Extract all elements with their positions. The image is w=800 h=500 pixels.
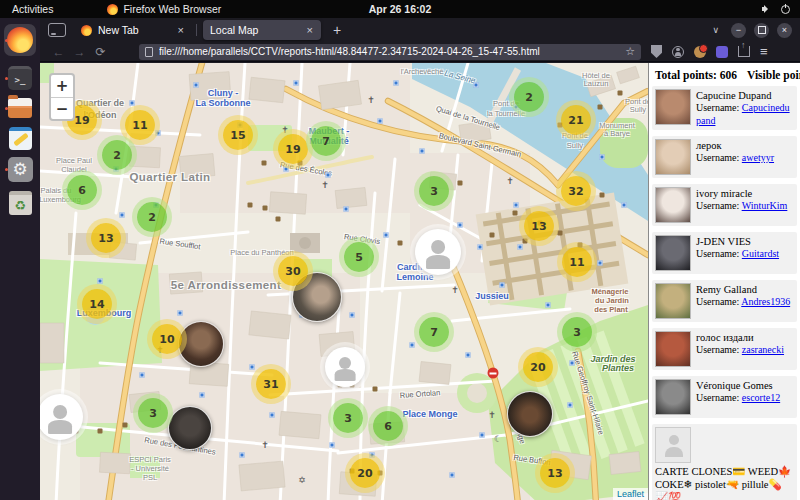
user-entry[interactable]: Remy GallandUsername: Andres1936	[652, 280, 797, 322]
username-link[interactable]: zasranecki	[742, 344, 784, 355]
point-marker[interactable]	[568, 403, 573, 408]
cluster-marker[interactable]: 3	[138, 398, 168, 428]
photo-marker[interactable]	[178, 321, 224, 367]
cluster-marker[interactable]: 19	[278, 134, 308, 164]
extension-puzzle-icon[interactable]	[716, 46, 728, 58]
unknown-person-marker[interactable]	[325, 347, 365, 387]
tab-local-map[interactable]: Local Map ×	[203, 20, 321, 40]
close-tab-icon[interactable]: ×	[306, 24, 314, 36]
cluster-marker[interactable]: 11	[125, 110, 155, 140]
unknown-person-marker[interactable]	[415, 229, 461, 275]
point-marker[interactable]	[140, 373, 145, 378]
point-marker[interactable]	[622, 203, 627, 208]
username-link[interactable]: WinturKim	[742, 200, 788, 211]
point-marker[interactable]	[600, 155, 605, 160]
photo-marker[interactable]	[168, 406, 212, 450]
cluster-marker[interactable]: 7	[311, 126, 341, 156]
point-marker[interactable]	[384, 233, 389, 238]
minimize-button[interactable]: −	[731, 23, 746, 38]
point-marker[interactable]	[270, 413, 275, 418]
dock-item-firefox[interactable]	[4, 24, 36, 56]
cluster-marker[interactable]: 31	[256, 369, 286, 399]
firefox-view-icon[interactable]	[48, 23, 66, 37]
point-marker[interactable]	[546, 303, 551, 308]
point-marker[interactable]	[458, 223, 463, 228]
cluster-marker[interactable]: 13	[540, 458, 570, 488]
map[interactable]: Cluny -La SorbonneMaubert -MutualitéCard…	[40, 63, 648, 500]
point-marker[interactable]	[466, 353, 471, 358]
back-button[interactable]: ←	[48, 45, 69, 59]
user-entry[interactable]: J-DEN VIESUsername: Guitardst	[652, 232, 797, 274]
point-marker[interactable]	[480, 433, 485, 438]
point-marker[interactable]	[130, 101, 135, 106]
cluster-marker[interactable]: 20	[350, 458, 380, 488]
point-marker[interactable]	[200, 393, 205, 398]
point-marker[interactable]	[410, 343, 415, 348]
url-bar[interactable]: file:///home/parallels/CCTV/reports-html…	[139, 44, 641, 60]
user-entry[interactable]: голос издалиUsername: zasranecki	[652, 328, 797, 370]
point-marker[interactable]	[284, 167, 289, 172]
user-entry[interactable]: Véronique GomesUsername: escorte12	[652, 376, 797, 418]
cluster-marker[interactable]: 10	[152, 324, 182, 354]
reload-button[interactable]: ⟳	[90, 45, 111, 59]
dock-item-trash[interactable]: ♻	[4, 187, 36, 219]
cluster-marker[interactable]: 3	[419, 176, 449, 206]
zoom-in-button[interactable]: +	[51, 75, 73, 97]
point-marker[interactable]	[370, 453, 375, 458]
close-window-button[interactable]: ×	[777, 23, 792, 38]
zoom-out-button[interactable]: −	[51, 97, 73, 119]
point-marker[interactable]	[420, 149, 425, 154]
cluster-marker[interactable]: 3	[333, 403, 363, 433]
point-marker[interactable]	[120, 213, 125, 218]
clock[interactable]: Apr 26 16:02	[0, 3, 800, 15]
point-marker[interactable]	[478, 245, 483, 250]
cluster-marker[interactable]: 5	[344, 242, 374, 272]
username-link[interactable]: escorte12	[742, 392, 780, 403]
point-marker[interactable]	[98, 279, 103, 284]
photo-marker[interactable]	[507, 391, 553, 437]
cluster-marker[interactable]: 6	[67, 175, 97, 205]
cluster-marker[interactable]: 7	[419, 317, 449, 347]
points-sidebar[interactable]: Total points: 606 Visible points: 348 Ca…	[648, 63, 800, 500]
new-tab-button[interactable]: +	[325, 22, 349, 38]
point-marker[interactable]	[378, 119, 383, 124]
cluster-marker[interactable]: 3	[562, 317, 592, 347]
tab-new-tab[interactable]: New Tab ×	[74, 20, 192, 40]
point-marker[interactable]	[394, 81, 399, 86]
point-marker[interactable]	[500, 283, 505, 288]
dock-item-settings[interactable]: ⚙	[4, 153, 36, 185]
point-marker[interactable]	[250, 365, 255, 370]
cluster-marker[interactable]: 14	[82, 289, 112, 319]
point-marker[interactable]	[518, 245, 523, 250]
point-marker[interactable]	[294, 81, 299, 86]
username-link[interactable]: Guitardst	[742, 248, 779, 259]
account-icon[interactable]	[672, 46, 684, 58]
cluster-marker[interactable]: 21	[561, 105, 591, 135]
point-marker[interactable]	[598, 261, 603, 266]
dock-item-text-editor[interactable]	[4, 122, 36, 154]
point-marker[interactable]	[450, 473, 455, 478]
username-link[interactable]: awetyyr	[742, 152, 774, 163]
tracking-protection-shield-icon[interactable]	[651, 45, 662, 58]
point-marker[interactable]	[474, 83, 479, 88]
username-link[interactable]: Andres1936	[741, 296, 790, 307]
user-entry[interactable]: ivory miracleUsername: WinturKim	[652, 184, 797, 226]
menu-icon[interactable]: ≡	[760, 44, 768, 59]
point-marker[interactable]	[344, 207, 349, 212]
user-entry[interactable]: Capucine DupandUsername: Capucinedupand	[652, 86, 797, 130]
maximize-button[interactable]	[754, 23, 769, 38]
cluster-marker[interactable]: 2	[514, 82, 544, 112]
point-marker[interactable]	[350, 313, 355, 318]
cluster-marker[interactable]: 11	[562, 247, 592, 277]
cluster-marker[interactable]: 2	[137, 202, 167, 232]
user-entry[interactable]: CARTE CLONES💳 WEED🍁 COKE❄ pistolet🔫 pill…	[652, 424, 797, 500]
cluster-marker[interactable]: 13	[524, 211, 554, 241]
forward-button[interactable]: →	[69, 45, 90, 59]
map-attribution-link[interactable]: Leaflet	[613, 488, 648, 500]
point-marker[interactable]	[514, 203, 519, 208]
point-marker[interactable]	[194, 83, 199, 88]
extension-badge-icon[interactable]	[694, 46, 706, 58]
point-marker[interactable]	[156, 131, 161, 136]
point-marker[interactable]	[570, 361, 575, 366]
point-marker[interactable]	[240, 453, 245, 458]
